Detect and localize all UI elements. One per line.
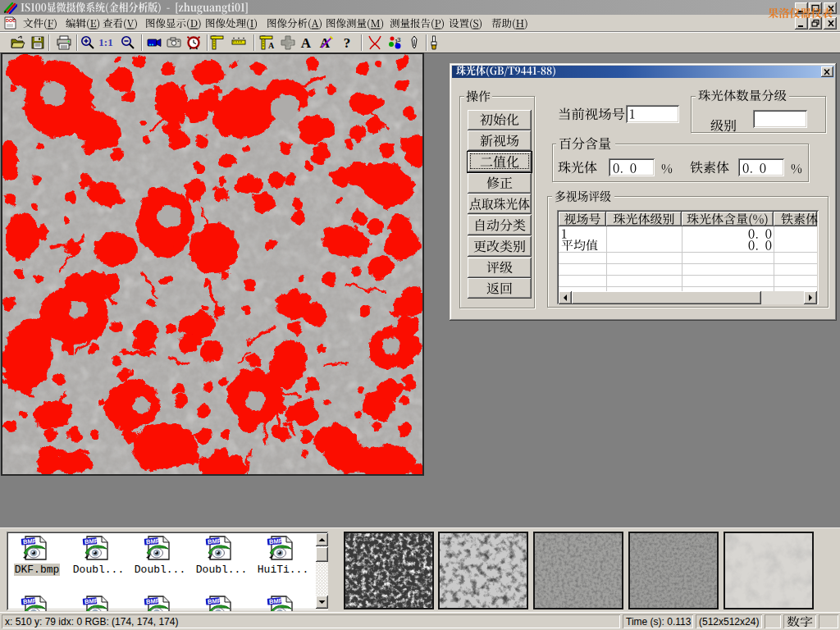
- svg-text:A: A: [268, 41, 275, 50]
- svg-text:A: A: [320, 35, 331, 51]
- svg-text:DOC: DOC: [6, 18, 16, 23]
- svg-text:A: A: [301, 35, 312, 51]
- svg-text:?: ?: [344, 35, 351, 51]
- svg-text:3: 3: [397, 36, 401, 43]
- svg-text:1:1: 1:1: [98, 36, 112, 48]
